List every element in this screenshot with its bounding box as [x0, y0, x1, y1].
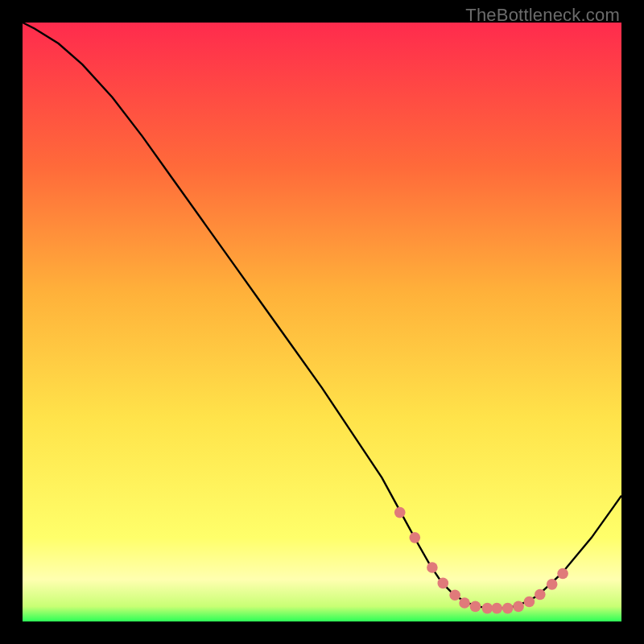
- highlight-marker: [557, 568, 568, 580]
- highlight-marker: [535, 589, 546, 601]
- highlight-marker: [394, 507, 406, 518]
- highlight-marker: [482, 603, 493, 614]
- gradient-background: [23, 23, 621, 621]
- highlight-marker: [524, 597, 535, 608]
- attribution-text: TheBottleneck.com: [465, 5, 620, 26]
- highlight-marker: [449, 589, 460, 601]
- highlight-marker: [437, 578, 448, 589]
- highlight-marker: [410, 532, 421, 543]
- chart-frame: [23, 23, 621, 621]
- chart-svg: [23, 23, 621, 621]
- highlight-marker: [513, 601, 524, 613]
- highlight-marker: [502, 603, 514, 614]
- highlight-marker: [459, 597, 470, 609]
- highlight-marker: [547, 579, 558, 590]
- highlight-marker: [470, 601, 481, 613]
- highlight-marker: [427, 562, 438, 573]
- highlight-marker: [491, 603, 502, 614]
